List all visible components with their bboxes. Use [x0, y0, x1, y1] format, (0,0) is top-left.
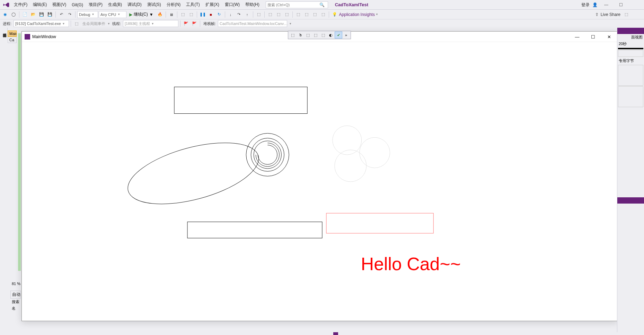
window-minimize[interactable]: —	[600, 1, 612, 8]
redo-icon[interactable]: ↷	[66, 11, 73, 18]
rp-box2[interactable]	[618, 65, 643, 86]
menu-debug[interactable]: 调试(D)	[125, 0, 144, 9]
menu-git[interactable]: Git(G)	[69, 1, 86, 9]
shape-concentric	[246, 133, 289, 176]
login-link[interactable]: 登录	[581, 2, 590, 8]
tool-icon[interactable]: ⬚	[187, 11, 195, 18]
shape-faint-circles	[333, 126, 390, 182]
tool3-icon[interactable]: ⬚	[266, 11, 274, 18]
lifecycle-icon[interactable]: ⬚	[73, 20, 80, 27]
adorner-goto-live-icon[interactable]: ⬚	[289, 32, 297, 38]
zoom-percent[interactable]: 81 %	[10, 281, 22, 286]
rp-box3[interactable]	[618, 86, 643, 107]
rp-box1[interactable]	[618, 50, 643, 57]
config-dropdown[interactable]: Debug▼	[77, 11, 98, 18]
person-icon[interactable]: 👤	[592, 2, 598, 7]
step-out-icon[interactable]: ↑	[244, 11, 251, 18]
adorner-check-icon[interactable]: ✔	[335, 32, 342, 38]
tool9-icon[interactable]: ⬚	[319, 11, 327, 18]
new-file-icon[interactable]: 📄	[21, 11, 29, 18]
stop-icon[interactable]: ■	[207, 11, 215, 18]
menu-analyze[interactable]: 分析(N)	[164, 0, 184, 9]
menu-tools[interactable]: 工具(T)	[183, 0, 202, 9]
adorner-scan-icon[interactable]: ◐	[327, 32, 335, 38]
menu-file[interactable]: 文件(F)	[11, 0, 30, 9]
window-maximize[interactable]: ☐	[615, 1, 627, 8]
thread-label: 线程:	[111, 21, 122, 26]
split-handle[interactable]	[333, 332, 338, 335]
live-share[interactable]: ⇪ Live Share ⬚	[595, 11, 630, 18]
svg-point-6	[335, 150, 367, 182]
flag2-icon[interactable]: 🚩	[191, 20, 198, 27]
lifecycle-label: 生命周期事件	[81, 21, 107, 26]
shape-rect-2	[187, 222, 322, 238]
menu-window[interactable]: 窗口(W)	[222, 0, 242, 9]
insights-label[interactable]: Application Insights	[339, 12, 375, 17]
running-app-window: ⬚ 🖱 ⬚ ⬚ ⬚ ◐ ✔ » MainWindow — ☐ ✕	[21, 31, 617, 321]
continue-button[interactable]: ▶ 继续(C) ▼	[127, 11, 156, 18]
shape-ellipse	[122, 131, 265, 216]
rp-row-bytes: 专用字节	[617, 58, 644, 64]
stackframe-label: 堆栈帧:	[202, 21, 217, 26]
app-canvas: Hello Cad~~	[22, 42, 617, 321]
menu-help[interactable]: 帮助(H)	[242, 0, 262, 9]
shape-rect-1	[174, 87, 307, 114]
tool7-icon[interactable]: ⬚	[303, 11, 310, 18]
rp-row-time: 20秒	[617, 41, 644, 47]
insights-icon[interactable]: 💡	[331, 11, 338, 18]
search-box[interactable]: 🔍	[266, 1, 328, 8]
restart-icon[interactable]: ↻	[215, 11, 223, 18]
open-icon[interactable]: 📂	[29, 11, 37, 18]
adorner-hotreload-icon[interactable]: ⬚	[319, 32, 327, 38]
right-panel-header2[interactable]	[617, 197, 644, 204]
tool5-icon[interactable]: ⬚	[283, 11, 291, 18]
menu-project[interactable]: 项目(P)	[86, 0, 105, 9]
adorner-layout-icon[interactable]: ⬚	[304, 32, 312, 38]
tool6-icon[interactable]: ⬚	[294, 11, 302, 18]
app-minimize-button[interactable]: —	[569, 32, 585, 42]
left-rail[interactable]: 服务器资源管理器	[0, 28, 8, 31]
solution-name: CadToXamlTest	[335, 2, 368, 7]
autos-search[interactable]: 搜索	[10, 299, 21, 305]
feedback-icon[interactable]: ⬚	[623, 11, 630, 18]
step-layout-icon[interactable]: ⬚	[179, 11, 187, 18]
app-icon	[25, 34, 30, 40]
adorner-select-icon[interactable]: 🖱	[297, 32, 304, 38]
app-close-button[interactable]: ✕	[601, 32, 617, 42]
search-input[interactable]	[267, 3, 319, 7]
menu-extensions[interactable]: 扩展(X)	[203, 0, 222, 9]
app-maximize-button[interactable]: ☐	[585, 32, 601, 42]
step-over-icon[interactable]: ↷	[235, 11, 243, 18]
adorner-collapse-icon[interactable]: »	[342, 32, 350, 38]
flag-icon[interactable]: 🚩	[182, 20, 190, 27]
hot-reload-icon[interactable]: 🔥	[156, 11, 164, 18]
tab-ca[interactable]: Ca	[8, 37, 17, 43]
browser-icon[interactable]: 🖥	[168, 11, 175, 18]
save-all-icon[interactable]: 💾	[46, 11, 54, 18]
menu-build[interactable]: 生成(B)	[105, 0, 125, 9]
menu-edit[interactable]: 编辑(E)	[30, 0, 50, 9]
autos-tab[interactable]: 自动	[10, 291, 21, 299]
thread-dropdown[interactable]: [18936] 主线程▼	[123, 20, 178, 27]
step-into-icon[interactable]: ↓	[227, 11, 235, 18]
nav-back-icon[interactable]: ◉	[1, 11, 9, 18]
menu-view[interactable]: 视图(V)	[50, 0, 69, 9]
adorner-track-icon[interactable]: ⬚	[312, 32, 319, 38]
tool4-icon[interactable]: ⬚	[275, 11, 282, 18]
tool8-icon[interactable]: ⬚	[311, 11, 319, 18]
platform-dropdown[interactable]: Any CPU▼	[99, 11, 126, 18]
toolbar-main: ◉ ◯ 📄 📂 💾 💾 ↶ ↷ Debug▼ Any CPU▼ ▶ 继续(C) …	[0, 10, 644, 19]
stackframe-dropdown[interactable]: CadToXamlTest.MainWindow.locCanv…▼	[218, 20, 287, 27]
tool2-icon[interactable]: ⬚	[255, 11, 263, 18]
nav-forward-icon[interactable]: ◯	[10, 11, 17, 18]
pause-icon[interactable]: ❚❚	[199, 11, 206, 18]
process-dropdown[interactable]: [9132] CadToXamlTest.exe▼	[14, 20, 69, 27]
menubar: 文件(F) 编辑(E) 视图(V) Git(G) 项目(P) 生成(B) 调试(…	[0, 0, 644, 10]
menu-test[interactable]: 测试(S)	[144, 0, 164, 9]
tab-main[interactable]: Main	[8, 31, 17, 37]
undo-icon[interactable]: ↶	[58, 11, 65, 18]
shape-rect-red	[326, 213, 433, 233]
right-panel-header[interactable]	[617, 28, 644, 34]
rp-marker	[618, 48, 643, 49]
save-icon[interactable]: 💾	[38, 11, 45, 18]
